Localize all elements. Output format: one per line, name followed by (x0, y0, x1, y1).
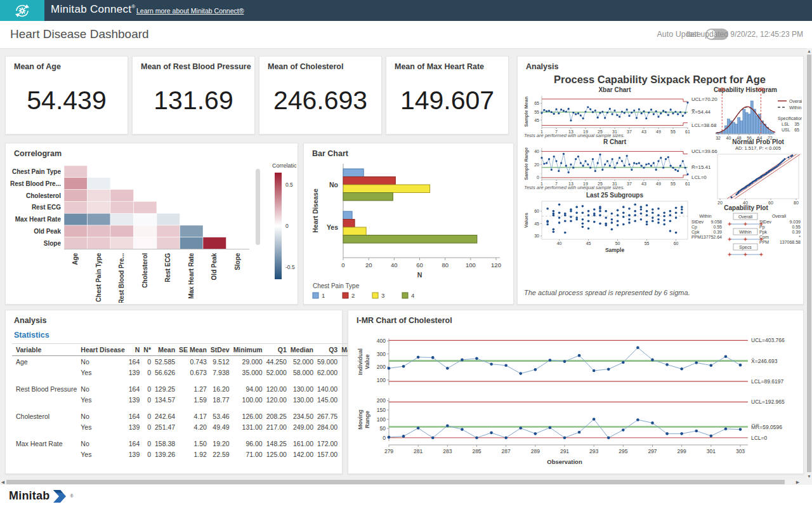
table-row: Yes1390139.261.9222.5971.00125.00142.001… (12, 449, 372, 459)
stats-column-header: Q1 (263, 344, 287, 356)
stats-column-header: N* (140, 344, 151, 356)
scroll-right-arrow-icon[interactable]: ▶ (795, 479, 801, 485)
svg-text:60: 60 (674, 241, 679, 246)
svg-text:Age: Age (72, 253, 79, 265)
kpi-title: Mean of Cholesterol (268, 62, 343, 71)
svg-text:Tests are performed with unequ: Tests are performed with unequal sample … (524, 185, 625, 190)
svg-text:USL: USL (782, 128, 790, 132)
table-row: Rest Blood PressureNo1640129.251.2716.20… (12, 383, 372, 394)
svg-text:49: 49 (656, 129, 661, 134)
horizontal-scrollbar-thumb[interactable] (6, 480, 785, 484)
imr-chart: 100200300400UCL=403.766X̄=246.693LCL=89.… (352, 327, 799, 470)
svg-text:*: * (799, 235, 801, 239)
svg-text:293: 293 (589, 448, 598, 454)
table-row: Max Heart RateNo1640158.381.5019.2096.00… (12, 438, 372, 449)
correlogram-heatmap: Chest Pain TypeRest Blood Pre...Choleste… (6, 143, 296, 303)
svg-text:200: 200 (377, 364, 386, 370)
svg-text:Chest Pain Type: Chest Pain Type (95, 253, 102, 301)
svg-text:Cholesterol: Cholesterol (141, 253, 148, 288)
svg-text:Capability Plot: Capability Plot (724, 204, 768, 211)
svg-text:279: 279 (384, 448, 393, 454)
svg-text:291: 291 (560, 448, 569, 454)
correlogram-card: Correlogram Chest Pain TypeRest Blood Pr… (5, 143, 298, 305)
svg-text:100: 100 (377, 377, 386, 383)
svg-text:Pp: Pp (759, 225, 765, 230)
svg-text:Xbar Chart: Xbar Chart (598, 86, 631, 93)
vertical-scrollbar-thumb[interactable] (807, 55, 811, 472)
svg-text:0.39: 0.39 (713, 230, 722, 234)
svg-text:Moving: Moving (357, 409, 363, 430)
svg-text:Rest ECG: Rest ECG (32, 204, 61, 211)
svg-text:0.39: 0.39 (792, 230, 801, 234)
kpi-value: 149.607 (386, 86, 508, 116)
kpi-card-mean-cholesterol: Mean of Cholesterol 246.693 (259, 56, 382, 135)
svg-text:400: 400 (377, 338, 386, 344)
svg-text:55: 55 (671, 129, 676, 134)
minitab-connect-dashboard: Minitab Connect® Learn more about Minita… (0, 0, 812, 509)
svg-text:137752.64: 137752.64 (701, 235, 722, 239)
svg-text:0.55: 0.55 (792, 225, 801, 229)
svg-text:Values: Values (523, 213, 529, 228)
svg-text:Rest Blood Pre...: Rest Blood Pre... (10, 180, 61, 187)
statistics-link[interactable]: Statistics (14, 331, 49, 340)
svg-text:60: 60 (534, 209, 539, 213)
scroll-down-arrow-icon[interactable]: ▼ (806, 473, 812, 479)
svg-text:Last 25 Subgroups: Last 25 Subgroups (586, 192, 643, 199)
stats-column-header: Variable (12, 344, 77, 356)
svg-text:The actual process spread is r: The actual process spread is represented… (524, 289, 690, 296)
svg-text:Rest ECG: Rest ECG (164, 253, 171, 282)
scroll-left-arrow-icon[interactable]: ◀ (0, 479, 6, 485)
svg-text:Tests are performed with unequ: Tests are performed with unequal sample … (524, 133, 625, 138)
table-row: CholesterolNo1640242.644.1753.46126.0020… (12, 411, 372, 421)
table-spacer-row (12, 432, 372, 438)
svg-text:Rest Blood Pre...: Rest Blood Pre... (118, 253, 125, 303)
svg-text:Old Peak: Old Peak (34, 228, 61, 235)
svg-text:0: 0 (537, 175, 539, 180)
svg-text:80: 80 (794, 201, 799, 205)
table-row: Yes1390134.571.5918.77100.00120.00130.00… (12, 394, 372, 405)
svg-text:100: 100 (466, 261, 476, 268)
horizontal-scrollbar[interactable]: ◀ ▶ (0, 479, 812, 485)
svg-text:Sample Range: Sample Range (523, 147, 529, 180)
svg-text:40: 40 (391, 261, 398, 268)
footer-brand-text: Minitab (9, 489, 49, 503)
learn-more-link[interactable]: Learn more about Minitab Connect® (136, 7, 244, 15)
svg-text:Cpk: Cpk (691, 230, 700, 235)
svg-text:55: 55 (671, 182, 676, 186)
analysis-panel-title: Analysis (14, 316, 46, 325)
svg-text:R Chart: R Chart (603, 138, 627, 145)
stats-column-header: Minimum (230, 344, 263, 356)
kpi-title: Mean of Max Heart Rate (395, 62, 484, 71)
svg-text:287: 287 (502, 448, 511, 454)
svg-text:Old Peak: Old Peak (211, 253, 218, 280)
table-spacer-row (12, 405, 372, 411)
svg-text:1: 1 (322, 292, 325, 299)
kpi-value: 131.69 (133, 86, 254, 116)
svg-text:2: 2 (351, 292, 355, 299)
svg-text:43: 43 (641, 182, 646, 186)
process-capability-sixpack: Process Capability Sixpack Report for Ag… (518, 73, 802, 303)
svg-text:40: 40 (534, 149, 539, 154)
table-spacer-row (12, 378, 372, 383)
svg-text:No: No (329, 181, 338, 188)
svg-text:UCL=403.766: UCL=403.766 (751, 337, 785, 343)
svg-text:0: 0 (341, 261, 344, 268)
svg-text:LCL=0: LCL=0 (751, 435, 768, 441)
svg-text:9.039: 9.039 (789, 220, 801, 224)
vertical-scrollbar[interactable]: ▲ ▼ (806, 48, 812, 479)
statistics-table-body: AgeNo164052.5850.7439.51229.00044.25052.… (12, 356, 372, 460)
kpi-card-mean-age: Mean of Age 54.439 (5, 56, 128, 135)
scroll-up-arrow-icon[interactable]: ▲ (806, 48, 812, 54)
table-row: AgeNo164052.5850.7439.51229.00044.25052.… (12, 356, 372, 367)
svg-text:Within: Within (699, 214, 712, 218)
svg-text:Range: Range (364, 411, 370, 428)
svg-text:Within: Within (739, 230, 752, 234)
svg-text:137068.58: 137068.58 (780, 240, 801, 244)
svg-text:4: 4 (411, 292, 414, 299)
minitab-connect-logo[interactable] (0, 0, 44, 21)
correlogram-scrollbar-thumb[interactable] (256, 169, 260, 245)
svg-text:55: 55 (534, 110, 539, 114)
svg-text:Observation: Observation (547, 458, 582, 465)
svg-text:45: 45 (534, 221, 539, 226)
kpi-value: 54.439 (6, 86, 128, 116)
